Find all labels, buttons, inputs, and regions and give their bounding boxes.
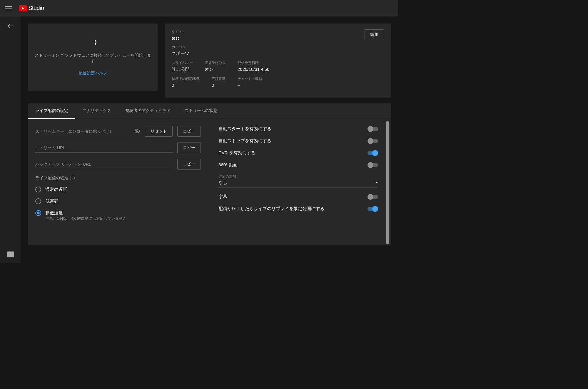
stream-help-link[interactable]: 配信設定ヘルプ <box>78 71 107 76</box>
title-label: タイトル <box>172 29 384 34</box>
latency-low-radio[interactable]: 低遅延 <box>35 198 201 204</box>
settings-left-column: リセット コピー コピー コピー ライブ配信の遅延 ? <box>35 126 201 238</box>
radio-checked-icon <box>35 210 41 216</box>
preview-message: ストリーミング ソフトウェアに接続してプレビューを開始します <box>34 53 152 63</box>
brand-text: Studio <box>28 5 44 11</box>
stream-info-panel: 編集 タイトル test カテゴリ スポーツ プライバシー 非公開 収益受け取り… <box>165 24 391 98</box>
lock-icon <box>172 68 175 71</box>
video360-label: 360° 動画 <box>218 162 238 168</box>
backup-url-input[interactable] <box>35 160 173 169</box>
copy-key-button[interactable]: コピー <box>177 126 201 137</box>
dvr-toggle[interactable] <box>368 151 378 155</box>
latency-ultra-low-radio[interactable]: 超低遅延 <box>35 210 201 216</box>
feedback-icon[interactable] <box>7 251 14 257</box>
privacy-value: 非公開 <box>172 67 193 72</box>
captions-toggle[interactable] <box>368 195 378 199</box>
stream-key-input[interactable] <box>35 127 130 136</box>
edit-button[interactable]: 編集 <box>365 29 384 40</box>
back-arrow-icon[interactable] <box>7 22 14 29</box>
auto-start-toggle[interactable] <box>368 127 378 131</box>
preview-panel: ストリーミング ソフトウェアに接続してプレビューを開始します 配信設定ヘルプ <box>28 24 158 91</box>
monetization-value: オン <box>205 67 226 72</box>
settings-card: ライブ配信の設定 アナリティクス 視聴者のアクティビティ ストリームの状態 リセ… <box>28 103 391 245</box>
tab-viewer-activity[interactable]: 視聴者のアクティビティ <box>118 103 178 119</box>
category-label: カテゴリ <box>172 45 384 50</box>
waiting-label: 待機中の視聴者数 <box>172 76 200 81</box>
latency-section-title: ライブ配信の遅延 ? <box>35 175 201 181</box>
loading-spinner-icon <box>89 39 96 46</box>
title-value: test <box>172 36 384 41</box>
latency-ultra-low-note: 字幕、1440p、4K 解像度には対応していません <box>45 216 201 221</box>
auto-start-label: 自動スタートを有効にする <box>218 126 271 132</box>
captions-label: 字幕 <box>218 194 227 199</box>
video360-toggle[interactable] <box>368 163 378 167</box>
unlisted-replay-toggle[interactable] <box>368 207 378 211</box>
latency-normal-radio[interactable]: 通常の遅延 <box>35 187 201 192</box>
dvr-label: DVR を有効にする <box>218 150 255 156</box>
monetization-label: 収益受け取り <box>205 61 226 66</box>
settings-right-column: 自動スタートを有効にする 自動ストップを有効にする DVR を有効にする <box>218 126 384 238</box>
visibility-off-icon[interactable] <box>134 128 140 134</box>
radio-icon <box>35 187 41 192</box>
menu-icon[interactable] <box>5 5 12 12</box>
chat-revenue-label: チャットの収益 <box>238 76 262 81</box>
waiting-value: 0 <box>172 83 200 88</box>
help-icon[interactable]: ? <box>70 176 75 180</box>
likes-value: 0 <box>212 83 226 88</box>
unlisted-replay-label: 配信が終了したらライブのリプレイを限定公開にする <box>218 206 324 212</box>
youtube-icon <box>19 5 27 11</box>
copy-backup-button[interactable]: コピー <box>177 159 201 170</box>
auto-stop-toggle[interactable] <box>368 139 378 143</box>
privacy-label: プライバシー <box>172 61 193 66</box>
chat-revenue-value: – <box>238 83 262 88</box>
tab-stream-settings[interactable]: ライブ配信の設定 <box>28 103 75 119</box>
copy-url-button[interactable]: コピー <box>177 142 201 153</box>
tab-analytics[interactable]: アナリティクス <box>75 103 118 119</box>
tab-stream-health[interactable]: ストリームの状態 <box>178 103 225 119</box>
scrollbar[interactable] <box>386 121 389 244</box>
category-value: スポーツ <box>172 51 384 56</box>
auto-stop-label: 自動ストップを有効にする <box>218 138 271 144</box>
scheduled-value: 2020/10/31 4:50 <box>238 67 269 72</box>
tabs-bar: ライブ配信の設定 アナリティクス 視聴者のアクティビティ ストリームの状態 <box>28 103 391 119</box>
likes-label: 高評価数 <box>212 76 226 81</box>
stream-url-input[interactable] <box>35 143 173 153</box>
radio-icon <box>35 198 41 204</box>
reset-button[interactable]: リセット <box>145 126 173 137</box>
top-bar: Studio <box>0 0 398 16</box>
added-delay-select[interactable]: 遅延の追加 なし <box>218 174 378 187</box>
scheduled-label: 配信予定日時 <box>238 61 269 66</box>
side-rail <box>0 16 21 263</box>
chevron-down-icon <box>375 182 378 183</box>
studio-logo[interactable]: Studio <box>19 5 44 11</box>
